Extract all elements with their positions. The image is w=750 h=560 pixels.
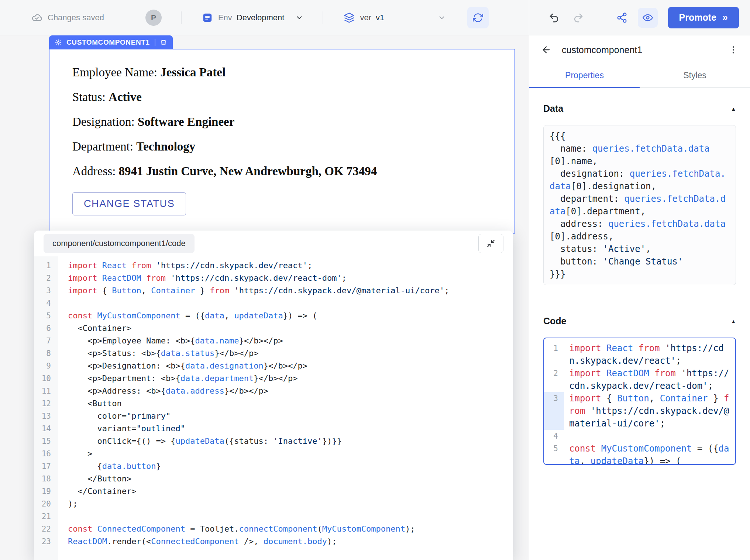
code-line: 11 <p>Address: <b>{data.address}</b></p> (34, 385, 513, 397)
line-number: 9 (34, 360, 58, 372)
version-selector[interactable]: ver v1 (344, 12, 446, 23)
code-text: const MyCustomComponent = ({data, update… (58, 310, 317, 322)
layers-icon (344, 12, 355, 23)
inspector-tabs: Properties Styles (529, 64, 750, 88)
code-section-header[interactable]: Code ▲ (543, 316, 736, 326)
code-line: 6 <Container> (34, 322, 513, 335)
line-number: 10 (34, 372, 58, 385)
widget-selection-label[interactable]: CUSTOMCOMPONENT1 (49, 35, 173, 49)
code-text: import ReactDOM from 'https://cdn.skypac… (564, 367, 735, 392)
collapse-triangle-icon: ▲ (731, 106, 736, 112)
code-text: <Button (58, 397, 122, 410)
line-number: 13 (34, 410, 58, 422)
code-line: 23ReactDOM.render(<ConnectedComponent />… (34, 535, 513, 548)
preview-button[interactable] (638, 8, 658, 28)
more-options-button[interactable] (729, 45, 738, 55)
inspector-header: customcomponent1 (529, 35, 750, 64)
line-number: 22 (34, 523, 58, 535)
collapse-panel-button[interactable] (478, 234, 503, 253)
avatar[interactable]: P (145, 10, 162, 26)
chevron-down-icon (295, 14, 303, 22)
refresh-icon (473, 13, 483, 23)
line-number: 14 (34, 422, 58, 435)
code-line: 4 (544, 430, 735, 442)
code-line: status: 'Active', (550, 243, 730, 255)
code-line: designation: queries.fetchData.data[0].d… (550, 167, 730, 193)
code-line: 13 color="primary" (34, 410, 513, 422)
field-employee-name: Employee Name: Jessica Patel (72, 66, 492, 79)
section-divider (529, 300, 750, 300)
line-number: 4 (544, 430, 564, 442)
code-panel: component/customcomponent1/code 1import … (34, 231, 513, 560)
line-number: 2 (34, 272, 58, 284)
code-text: const MyCustomComponent = ({data, update… (564, 442, 735, 465)
line-number: 1 (544, 342, 564, 367)
minimize-icon (486, 239, 495, 248)
main-code-editor[interactable]: 1import React from 'https://cdn.skypack.… (34, 256, 513, 560)
promote-button[interactable]: Promote » (668, 7, 739, 28)
redo-icon (573, 12, 584, 23)
double-chevron-icon: » (722, 12, 728, 23)
widget-name: CUSTOMCOMPONENT1 (66, 38, 150, 46)
code-text: {{{ (550, 130, 730, 142)
code-text: <p>Designation: <b>{data.designation}</b… (58, 360, 307, 372)
code-line: 2import ReactDOM from 'https://cdn.skypa… (34, 272, 513, 284)
environment-selector[interactable]: Env Development (202, 12, 304, 23)
code-line: 18 </Button> (34, 473, 513, 485)
refresh-button[interactable] (467, 7, 489, 28)
code-text: </Button> (58, 473, 131, 485)
code-text: variant="outlined" (58, 422, 185, 435)
line-number: 6 (34, 322, 58, 335)
version-value: v1 (376, 13, 384, 23)
code-line: 7 <p>Employee Name: <b>{data.name}</b></… (34, 335, 513, 347)
line-number: 4 (34, 297, 58, 310)
field-address: Address: 8941 Justin Curve, New Andrewbu… (72, 165, 492, 178)
inspector-body: Data ▲ {{{ name: queries.fetchData.data[… (529, 88, 750, 560)
code-line: 9 <p>Designation: <b>{data.designation}<… (34, 360, 513, 372)
undo-button[interactable] (548, 12, 560, 23)
redo-button[interactable] (573, 12, 584, 23)
data-section-title: Data (543, 103, 563, 114)
code-line: department: queries.fetchData.data[0].de… (550, 193, 730, 218)
data-code-input[interactable]: {{{ name: queries.fetchData.data[0].name… (543, 125, 736, 285)
code-line: 5const MyCustomComponent = ({data, updat… (544, 442, 735, 465)
share-button[interactable] (616, 12, 627, 23)
code-text: import { Button, Container } from 'https… (564, 392, 735, 430)
data-section-header[interactable]: Data ▲ (543, 103, 736, 114)
share-icon (616, 12, 627, 23)
inspector-code-editor[interactable]: 1import React from 'https://cdn.skypack.… (543, 338, 736, 465)
eye-icon (643, 13, 653, 23)
change-status-button[interactable]: CHANGE STATUS (72, 192, 186, 215)
code-line: 4 (34, 297, 513, 310)
field-department: Department: Technology (72, 140, 492, 153)
line-number: 12 (34, 397, 58, 410)
code-line: {{{ (550, 130, 730, 142)
code-text: department: queries.fetchData.data[0].de… (550, 193, 730, 218)
code-text: {data.button} (58, 460, 161, 473)
code-text: import React from 'https://cdn.skypack.d… (564, 342, 735, 367)
version-label: ver (360, 13, 371, 23)
app-canvas[interactable]: CUSTOMCOMPONENT1 Employee Name: Jessica … (0, 35, 529, 560)
back-button[interactable] (541, 45, 551, 55)
code-text: import { Button, Container } from 'https… (58, 284, 449, 297)
tab-properties[interactable]: Properties (529, 64, 640, 87)
gear-icon (55, 39, 62, 46)
code-line: 17 {data.button} (34, 460, 513, 473)
code-line: 16 > (34, 447, 513, 460)
arrow-left-icon (541, 45, 551, 55)
tab-styles[interactable]: Styles (640, 64, 750, 87)
line-number: 5 (544, 442, 564, 465)
code-text: <Container> (58, 322, 131, 335)
code-text: </Container> (58, 485, 136, 498)
line-number: 5 (34, 310, 58, 322)
custom-component-widget[interactable]: CUSTOMCOMPONENT1 Employee Name: Jessica … (49, 35, 515, 234)
left-topbar: Changes saved P Env Development (0, 0, 529, 35)
code-text: address: queries.fetchData.data[0].addre… (550, 218, 730, 243)
code-line: 22const ConnectedComponent = Tooljet.con… (34, 523, 513, 535)
code-text: <p>Status: <b>{data.status}</b></p> (58, 347, 259, 360)
code-text: ReactDOM.render(<ConnectedComponent />, … (58, 535, 337, 548)
trash-icon[interactable] (160, 39, 167, 46)
code-section-title: Code (543, 316, 567, 326)
code-text (564, 430, 735, 442)
line-number: 8 (34, 347, 58, 360)
